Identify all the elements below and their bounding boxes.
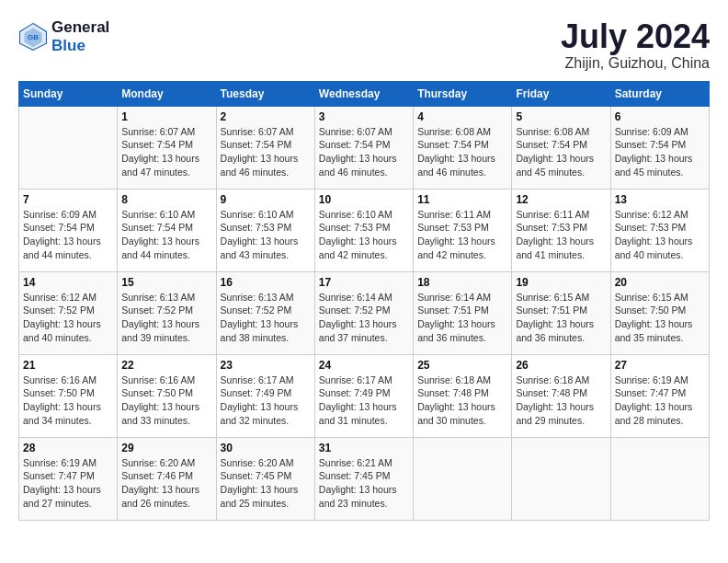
calendar-cell: 14Sunrise: 6:12 AM Sunset: 7:52 PM Dayli…: [19, 271, 118, 354]
day-number: 14: [23, 276, 113, 289]
day-sun-info: Sunrise: 6:07 AM Sunset: 7:54 PM Dayligh…: [319, 125, 409, 179]
day-number: 30: [221, 442, 311, 454]
day-number: 28: [23, 442, 113, 454]
day-number: 17: [319, 276, 409, 289]
calendar-week-row: 28Sunrise: 6:19 AM Sunset: 7:47 PM Dayli…: [19, 437, 710, 520]
title-block: July 2024 Zhijin, Guizhou, China: [561, 18, 710, 72]
calendar-cell: 5Sunrise: 6:08 AM Sunset: 7:54 PM Daylig…: [512, 106, 610, 189]
day-sun-info: Sunrise: 6:07 AM Sunset: 7:54 PM Dayligh…: [221, 125, 311, 179]
day-sun-info: Sunrise: 6:17 AM Sunset: 7:49 PM Dayligh…: [221, 373, 311, 428]
calendar-week-row: 7Sunrise: 6:09 AM Sunset: 7:54 PM Daylig…: [19, 189, 710, 271]
day-number: 12: [516, 193, 606, 206]
day-number: 27: [615, 359, 705, 372]
day-of-week-header: Friday: [512, 81, 610, 106]
day-number: 4: [417, 110, 507, 123]
day-number: 23: [221, 359, 311, 372]
day-number: 1: [121, 110, 211, 123]
logo: GB General Blue: [18, 18, 109, 55]
day-number: 15: [121, 276, 211, 289]
day-sun-info: Sunrise: 6:15 AM Sunset: 7:51 PM Dayligh…: [516, 291, 606, 345]
day-sun-info: Sunrise: 6:10 AM Sunset: 7:53 PM Dayligh…: [221, 208, 311, 262]
day-sun-info: Sunrise: 6:13 AM Sunset: 7:52 PM Dayligh…: [121, 291, 211, 345]
day-number: 2: [221, 110, 311, 123]
day-number: 22: [121, 359, 211, 372]
day-sun-info: Sunrise: 6:16 AM Sunset: 7:50 PM Dayligh…: [121, 373, 211, 428]
calendar-cell: 16Sunrise: 6:13 AM Sunset: 7:52 PM Dayli…: [216, 271, 314, 354]
calendar-cell: 18Sunrise: 6:14 AM Sunset: 7:51 PM Dayli…: [414, 271, 512, 354]
calendar-cell: 10Sunrise: 6:10 AM Sunset: 7:53 PM Dayli…: [314, 189, 413, 271]
calendar-cell: 1Sunrise: 6:07 AM Sunset: 7:54 PM Daylig…: [118, 106, 216, 189]
calendar-cell: 6Sunrise: 6:09 AM Sunset: 7:54 PM Daylig…: [610, 106, 709, 189]
calendar-cell: 12Sunrise: 6:11 AM Sunset: 7:53 PM Dayli…: [512, 189, 610, 271]
day-sun-info: Sunrise: 6:18 AM Sunset: 7:48 PM Dayligh…: [516, 373, 606, 428]
calendar-cell: [610, 437, 709, 520]
day-of-week-header: Tuesday: [216, 81, 314, 106]
calendar-cell: 9Sunrise: 6:10 AM Sunset: 7:53 PM Daylig…: [216, 189, 314, 271]
day-number: 31: [319, 442, 409, 454]
day-sun-info: Sunrise: 6:19 AM Sunset: 7:47 PM Dayligh…: [23, 456, 113, 511]
calendar-cell: 19Sunrise: 6:15 AM Sunset: 7:51 PM Dayli…: [512, 271, 610, 354]
calendar-cell: 29Sunrise: 6:20 AM Sunset: 7:46 PM Dayli…: [118, 437, 216, 520]
calendar-week-row: 21Sunrise: 6:16 AM Sunset: 7:50 PM Dayli…: [19, 354, 710, 437]
day-sun-info: Sunrise: 6:21 AM Sunset: 7:45 PM Dayligh…: [319, 456, 409, 511]
calendar-cell: 22Sunrise: 6:16 AM Sunset: 7:50 PM Dayli…: [118, 354, 216, 437]
calendar-cell: 27Sunrise: 6:19 AM Sunset: 7:47 PM Dayli…: [610, 354, 709, 437]
day-number: 11: [417, 193, 507, 206]
day-of-week-header: Sunday: [19, 81, 118, 106]
calendar-cell: 23Sunrise: 6:17 AM Sunset: 7:49 PM Dayli…: [216, 354, 314, 437]
calendar-cell: 11Sunrise: 6:11 AM Sunset: 7:53 PM Dayli…: [414, 189, 512, 271]
day-sun-info: Sunrise: 6:12 AM Sunset: 7:52 PM Dayligh…: [23, 291, 113, 345]
day-sun-info: Sunrise: 6:07 AM Sunset: 7:54 PM Dayligh…: [121, 125, 211, 179]
day-sun-info: Sunrise: 6:15 AM Sunset: 7:50 PM Dayligh…: [615, 291, 705, 345]
logo-icon: GB: [18, 22, 48, 52]
day-sun-info: Sunrise: 6:08 AM Sunset: 7:54 PM Dayligh…: [417, 125, 507, 179]
calendar-cell: 28Sunrise: 6:19 AM Sunset: 7:47 PM Dayli…: [19, 437, 118, 520]
day-of-week-header: Wednesday: [314, 81, 413, 106]
calendar-week-row: 1Sunrise: 6:07 AM Sunset: 7:54 PM Daylig…: [19, 106, 710, 189]
calendar-cell: 8Sunrise: 6:10 AM Sunset: 7:54 PM Daylig…: [118, 189, 216, 271]
day-sun-info: Sunrise: 6:13 AM Sunset: 7:52 PM Dayligh…: [221, 291, 311, 345]
day-sun-info: Sunrise: 6:20 AM Sunset: 7:46 PM Dayligh…: [121, 456, 211, 511]
day-of-week-header: Thursday: [414, 81, 512, 106]
calendar-cell: [414, 437, 512, 520]
calendar-cell: 24Sunrise: 6:17 AM Sunset: 7:49 PM Dayli…: [314, 354, 413, 437]
day-sun-info: Sunrise: 6:10 AM Sunset: 7:54 PM Dayligh…: [121, 208, 211, 262]
calendar-cell: 3Sunrise: 6:07 AM Sunset: 7:54 PM Daylig…: [314, 106, 413, 189]
day-of-week-header: Monday: [118, 81, 216, 106]
day-sun-info: Sunrise: 6:12 AM Sunset: 7:53 PM Dayligh…: [615, 208, 705, 262]
calendar-cell: 20Sunrise: 6:15 AM Sunset: 7:50 PM Dayli…: [610, 271, 709, 354]
day-number: 3: [319, 110, 409, 123]
day-number: 29: [121, 442, 211, 454]
day-number: 6: [615, 110, 705, 123]
day-sun-info: Sunrise: 6:16 AM Sunset: 7:50 PM Dayligh…: [23, 373, 113, 428]
day-sun-info: Sunrise: 6:08 AM Sunset: 7:54 PM Dayligh…: [516, 125, 606, 179]
day-number: 13: [615, 193, 705, 206]
calendar-cell: 26Sunrise: 6:18 AM Sunset: 7:48 PM Dayli…: [512, 354, 610, 437]
day-number: 7: [23, 193, 113, 206]
day-sun-info: Sunrise: 6:14 AM Sunset: 7:52 PM Dayligh…: [319, 291, 409, 345]
day-sun-info: Sunrise: 6:11 AM Sunset: 7:53 PM Dayligh…: [516, 208, 606, 262]
day-sun-info: Sunrise: 6:11 AM Sunset: 7:53 PM Dayligh…: [417, 208, 507, 262]
calendar-cell: [19, 106, 118, 189]
day-sun-info: Sunrise: 6:19 AM Sunset: 7:47 PM Dayligh…: [615, 373, 705, 428]
calendar-cell: [512, 437, 610, 520]
calendar-body: 1Sunrise: 6:07 AM Sunset: 7:54 PM Daylig…: [19, 106, 710, 520]
day-sun-info: Sunrise: 6:17 AM Sunset: 7:49 PM Dayligh…: [319, 373, 409, 428]
day-number: 25: [417, 359, 507, 372]
calendar-cell: 17Sunrise: 6:14 AM Sunset: 7:52 PM Dayli…: [314, 271, 413, 354]
month-year-title: July 2024: [561, 18, 710, 55]
day-of-week-header: Saturday: [610, 81, 709, 106]
calendar-table: SundayMondayTuesdayWednesdayThursdayFrid…: [18, 81, 710, 521]
day-sun-info: Sunrise: 6:09 AM Sunset: 7:54 PM Dayligh…: [615, 125, 705, 179]
day-number: 19: [516, 276, 606, 289]
day-number: 20: [615, 276, 705, 289]
day-sun-info: Sunrise: 6:09 AM Sunset: 7:54 PM Dayligh…: [23, 208, 113, 262]
day-number: 21: [23, 359, 113, 372]
day-number: 10: [319, 193, 409, 206]
calendar-week-row: 14Sunrise: 6:12 AM Sunset: 7:52 PM Dayli…: [19, 271, 710, 354]
calendar-cell: 7Sunrise: 6:09 AM Sunset: 7:54 PM Daylig…: [19, 189, 118, 271]
location-subtitle: Zhijin, Guizhou, China: [561, 55, 710, 72]
calendar-cell: 2Sunrise: 6:07 AM Sunset: 7:54 PM Daylig…: [216, 106, 314, 189]
day-number: 18: [417, 276, 507, 289]
day-number: 9: [221, 193, 311, 206]
